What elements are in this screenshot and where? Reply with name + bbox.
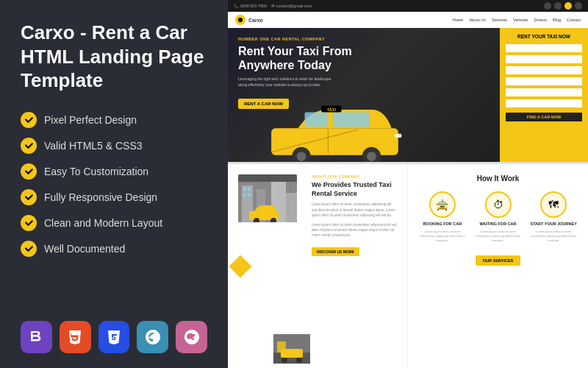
topbar-email: ✉ contact@gmail.com — [271, 4, 312, 8]
hero-content: Number One Car Rental Company Rent Your … — [228, 28, 588, 162]
hiw-step-2-title: WAITING FOR CAR — [479, 222, 516, 226]
social-yt — [564, 2, 572, 10]
svg-point-30 — [282, 357, 287, 363]
about-image-main — [238, 174, 297, 222]
mini-navbar: Carxo Home About Us Services Vehicles Dr… — [228, 12, 588, 28]
svg-rect-10 — [395, 134, 401, 138]
form-submit-button[interactable]: FIND A CAR NOW — [506, 113, 582, 121]
hiw-step-1: 🚖 BOOKING FOR CAR Lorem ipsum dolor sit … — [418, 191, 467, 243]
hero-title: Rent Your Taxi FromAnywhere Today — [238, 44, 490, 72]
check-icon — [21, 163, 37, 180]
nav-services[interactable]: Services — [492, 18, 507, 22]
check-icon — [21, 215, 37, 231]
badge-css3 — [98, 321, 130, 353]
form-drop-date[interactable] — [506, 77, 582, 85]
hiw-step-2: ⏱ WAITING FOR CAR Lorem ipsum dolor sit … — [474, 191, 523, 243]
check-icon — [21, 241, 37, 257]
about-cta-button[interactable]: DISCOVER US MORE — [312, 247, 359, 256]
hero-subtitle: Leveraging the right tech solutions & vi… — [238, 77, 341, 88]
left-panel: Carxo - Rent a Car HTML Landing Page Tem… — [0, 0, 228, 368]
check-icon — [21, 189, 37, 205]
svg-point-5 — [297, 152, 306, 161]
mini-topbar: 📞 1800 500 7800 ✉ contact@gmail.com — [228, 0, 588, 12]
svg-point-31 — [296, 357, 302, 363]
tech-badges — [21, 314, 207, 353]
logo-icon — [235, 15, 245, 25]
social-in — [575, 2, 582, 10]
list-item: Valid HTML5 & CSS3 — [21, 138, 207, 154]
svg-rect-32 — [281, 349, 303, 358]
hiw-steps: 🚖 BOOKING FOR CAR Lorem ipsum dolor sit … — [418, 191, 578, 243]
hiw-icon-waiting: ⏱ — [485, 191, 512, 218]
nav-vehicles[interactable]: Vehicles — [513, 18, 528, 22]
howitworks-section: How It Work 🚖 BOOKING FOR CAR Lorem ipsu… — [408, 164, 588, 368]
topbar-phone: 📞 1800 500 7800 — [234, 4, 267, 8]
hiw-icon-journey: 🗺 — [540, 191, 567, 218]
nav-contact[interactable]: Contact — [567, 18, 581, 22]
form-drop[interactable] — [506, 55, 582, 63]
hiw-icon-booking: 🚖 — [429, 191, 456, 218]
svg-rect-21 — [243, 194, 246, 197]
nav-links: Home About Us Services Vehicles Drivers … — [453, 18, 581, 22]
nav-home[interactable]: Home — [453, 18, 464, 22]
booking-form: RENT YOUR TAXI NOW FIND A CAR NOW — [500, 28, 588, 162]
hero-tag: Number One Car Rental Company — [238, 37, 490, 41]
svg-point-0 — [238, 18, 243, 22]
form-persons[interactable] — [506, 88, 582, 96]
svg-rect-19 — [243, 188, 246, 191]
list-item: Well Documented — [21, 241, 207, 257]
preview-hero: 📞 1800 500 7800 ✉ contact@gmail.com Carx… — [228, 0, 588, 162]
hiw-cta-button[interactable]: OUR SERVICES — [476, 255, 520, 266]
hiw-step-3-title: START YOUR JOURNEY — [530, 222, 576, 226]
social-tw — [554, 2, 562, 10]
hiw-btn-row: OUR SERVICES — [418, 252, 578, 266]
svg-rect-18 — [286, 193, 297, 222]
social-fb — [544, 2, 551, 10]
topbar-social — [544, 2, 582, 10]
badge-curl — [137, 321, 168, 353]
about-tag: ABOUT OUR COMPANY — [312, 174, 397, 179]
right-panel: 📞 1800 500 7800 ✉ contact@gmail.com Carx… — [228, 0, 588, 368]
hiw-step-1-desc: Lorem ipsum dolor sit amet consectetur a… — [418, 230, 467, 243]
about-title: We Provides Trusted Taxi Rental Service — [312, 181, 397, 198]
svg-rect-3 — [333, 113, 370, 127]
form-pickup-date[interactable] — [506, 66, 582, 74]
check-icon — [21, 112, 37, 128]
page-title: Carxo - Rent a Car HTML Landing Page Tem… — [21, 21, 207, 93]
about-desc-1: Lorem ipsum dolor sit amet, consectetur … — [312, 202, 397, 218]
nav-drivers[interactable]: Drivers — [534, 18, 547, 22]
preview-bottom: ABOUT OUR COMPANY We Provides Trusted Ta… — [228, 164, 588, 368]
logo-text: Carxo — [248, 18, 263, 23]
hero-left: Number One Car Rental Company Rent Your … — [228, 28, 500, 162]
form-title: RENT YOUR TAXI NOW — [506, 34, 582, 39]
hiw-step-3-desc: Lorem ipsum dolor sit amet consectetur a… — [529, 230, 578, 243]
svg-point-7 — [367, 152, 376, 161]
list-item: Easy To Customization — [21, 163, 207, 180]
form-pickup[interactable] — [506, 44, 582, 52]
list-item: Pixel Perfect Design — [21, 112, 207, 128]
hiw-step-1-title: BOOKING FOR CAR — [423, 222, 462, 226]
logo: Carxo — [235, 15, 263, 25]
badge-sass — [176, 321, 207, 353]
svg-rect-1 — [271, 129, 398, 155]
nav-blog[interactable]: Blog — [553, 18, 561, 22]
about-yellow-shape — [229, 255, 251, 277]
feature-list: Pixel Perfect Design Valid HTML5 & CSS3 … — [21, 112, 207, 266]
svg-rect-22 — [248, 194, 251, 197]
about-section: ABOUT OUR COMPANY We Provides Trusted Ta… — [228, 164, 408, 368]
about-image-small — [271, 332, 308, 361]
list-item: Fully Responsive Design — [21, 189, 207, 205]
hiw-step-3: 🗺 START YOUR JOURNEY Lorem ipsum dolor s… — [529, 191, 578, 243]
check-icon — [21, 138, 37, 154]
svg-text:TAXI: TAXI — [327, 107, 336, 112]
nav-about[interactable]: About Us — [469, 18, 486, 22]
svg-rect-2 — [305, 113, 329, 127]
badge-html5 — [60, 321, 91, 353]
hiw-step-2-desc: Lorem ipsum dolor sit amet consectetur a… — [474, 230, 523, 243]
about-text: ABOUT OUR COMPANY We Provides Trusted Ta… — [312, 174, 397, 358]
badge-bootstrap — [21, 321, 52, 353]
about-image-wrap — [238, 174, 304, 358]
hiw-title: How It Work — [418, 174, 578, 183]
list-item: Clean and Modern Layout — [21, 215, 207, 231]
form-vehicle-type[interactable] — [506, 99, 582, 107]
